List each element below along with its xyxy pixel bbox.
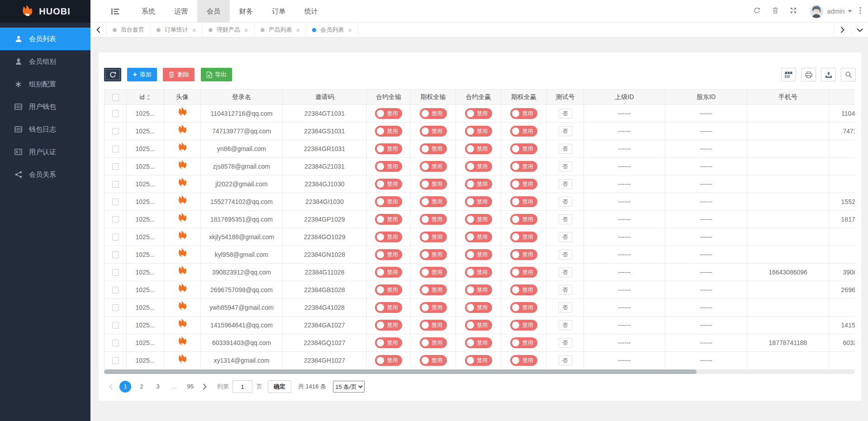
goto-page-input[interactable] bbox=[232, 380, 252, 393]
page-size-select[interactable]: 15 条/页 bbox=[333, 381, 365, 393]
row-checkbox[interactable] bbox=[112, 110, 119, 117]
toggle-option-all-win[interactable]: 禁用 bbox=[510, 196, 537, 207]
toggle-option-all-win[interactable]: 禁用 bbox=[510, 337, 537, 348]
toggle-option-all-lose[interactable]: 禁用 bbox=[420, 302, 447, 313]
row-checkbox[interactable] bbox=[112, 287, 119, 293]
top-nav-item[interactable]: 财务 bbox=[230, 0, 262, 23]
refresh-icon[interactable] bbox=[748, 7, 766, 16]
toggle-contract-all-lose[interactable]: 禁用 bbox=[375, 249, 402, 260]
page-number[interactable]: 1 bbox=[119, 381, 131, 393]
print-button[interactable] bbox=[801, 68, 816, 81]
toggle-option-all-lose[interactable]: 禁用 bbox=[420, 214, 447, 225]
row-checkbox[interactable] bbox=[112, 304, 119, 311]
sort-icon[interactable] bbox=[147, 95, 151, 100]
row-checkbox[interactable] bbox=[112, 357, 119, 364]
toggle-contract-all-lose[interactable]: 禁用 bbox=[375, 232, 402, 242]
toggle-option-all-win[interactable]: 禁用 bbox=[510, 179, 537, 189]
row-checkbox[interactable] bbox=[112, 163, 119, 170]
toggle-option-all-lose[interactable]: 禁用 bbox=[420, 108, 447, 119]
toggle-contract-all-win[interactable]: 禁用 bbox=[465, 302, 492, 313]
toggle-option-all-lose[interactable]: 禁用 bbox=[420, 232, 447, 242]
row-checkbox[interactable] bbox=[112, 146, 119, 152]
tabs-dropdown-icon[interactable] bbox=[851, 23, 868, 37]
user-avatar[interactable] bbox=[810, 5, 823, 18]
toggle-contract-all-win[interactable]: 禁用 bbox=[465, 108, 492, 119]
toggle-contract-all-win[interactable]: 禁用 bbox=[465, 249, 492, 260]
page-number[interactable]: 2 bbox=[136, 381, 147, 393]
add-button[interactable]: + 添加 bbox=[127, 68, 157, 81]
toggle-contract-all-win[interactable]: 禁用 bbox=[465, 337, 492, 348]
row-checkbox[interactable] bbox=[112, 199, 119, 205]
sidebar-item[interactable]: 会员列表 bbox=[0, 28, 90, 50]
close-icon[interactable]: × bbox=[296, 27, 300, 33]
toggle-option-all-lose[interactable]: 禁用 bbox=[420, 284, 447, 295]
page-number[interactable]: 3 bbox=[152, 381, 164, 393]
top-nav-item[interactable]: 运营 bbox=[165, 0, 197, 23]
col-header-id[interactable]: id bbox=[127, 90, 164, 105]
toggle-option-all-win[interactable]: 禁用 bbox=[510, 249, 537, 260]
toggle-option-all-lose[interactable]: 禁用 bbox=[420, 320, 447, 331]
export-button[interactable]: 导出 bbox=[201, 68, 232, 81]
search-button[interactable] bbox=[841, 68, 856, 81]
toggle-contract-all-win[interactable]: 禁用 bbox=[465, 355, 492, 366]
toggle-contract-all-win[interactable]: 禁用 bbox=[465, 179, 492, 189]
top-nav-item[interactable]: 系统 bbox=[132, 0, 165, 23]
sidebar-item[interactable]: 用户认证 bbox=[0, 141, 90, 163]
toggle-contract-all-lose[interactable]: 禁用 bbox=[375, 355, 402, 366]
select-all-checkbox[interactable] bbox=[112, 94, 119, 101]
close-icon[interactable]: × bbox=[348, 27, 352, 33]
tab[interactable]: 理财产品× bbox=[203, 23, 255, 37]
toggle-contract-all-win[interactable]: 禁用 bbox=[465, 196, 492, 207]
row-checkbox[interactable] bbox=[112, 234, 119, 241]
next-page-icon[interactable] bbox=[199, 383, 211, 390]
toggle-contract-all-lose[interactable]: 禁用 bbox=[375, 179, 402, 189]
tab[interactable]: 产品列表× bbox=[255, 23, 307, 37]
export-data-button[interactable] bbox=[821, 68, 836, 81]
row-checkbox[interactable] bbox=[112, 322, 119, 329]
sidebar-item[interactable]: 用户钱包 bbox=[0, 95, 90, 118]
trash-icon[interactable] bbox=[766, 7, 784, 16]
more-dots-icon[interactable] bbox=[852, 7, 863, 16]
close-icon[interactable]: × bbox=[244, 27, 248, 33]
toggle-contract-all-win[interactable]: 禁用 bbox=[465, 143, 492, 154]
page-number[interactable]: 95 bbox=[185, 381, 196, 393]
row-checkbox[interactable] bbox=[112, 269, 119, 276]
tab[interactable]: 订单统计× bbox=[151, 23, 203, 37]
toggle-option-all-lose[interactable]: 禁用 bbox=[420, 267, 447, 278]
toggle-contract-all-lose[interactable]: 禁用 bbox=[375, 108, 402, 119]
sidebar-item[interactable]: 组别配置 bbox=[0, 73, 90, 95]
toggle-option-all-win[interactable]: 禁用 bbox=[510, 302, 537, 313]
toggle-option-all-win[interactable]: 禁用 bbox=[510, 126, 537, 137]
toggle-option-all-lose[interactable]: 禁用 bbox=[420, 143, 447, 154]
sidebar-item[interactable]: 会员关系 bbox=[0, 163, 90, 186]
toggle-option-all-lose[interactable]: 禁用 bbox=[420, 196, 447, 207]
chevron-down-icon[interactable] bbox=[848, 10, 852, 13]
top-nav-item[interactable]: 订单 bbox=[262, 0, 295, 23]
tab[interactable]: 后台首页 bbox=[107, 23, 151, 37]
row-checkbox[interactable] bbox=[112, 181, 119, 188]
toggle-contract-all-lose[interactable]: 禁用 bbox=[375, 320, 402, 331]
toggle-option-all-lose[interactable]: 禁用 bbox=[420, 179, 447, 189]
columns-toggle-button[interactable] bbox=[781, 68, 796, 81]
toggle-option-all-win[interactable]: 禁用 bbox=[510, 355, 537, 366]
top-nav-item[interactable]: 统计 bbox=[295, 0, 327, 23]
toggle-contract-all-lose[interactable]: 禁用 bbox=[375, 267, 402, 278]
toggle-option-all-win[interactable]: 禁用 bbox=[510, 232, 537, 242]
sidebar-item[interactable]: 钱包日志 bbox=[0, 118, 90, 141]
user-name[interactable]: admin bbox=[827, 8, 844, 15]
toggle-option-all-win[interactable]: 禁用 bbox=[510, 284, 537, 295]
toggle-option-all-win[interactable]: 禁用 bbox=[510, 320, 537, 331]
tabs-scroll-left-icon[interactable] bbox=[90, 23, 107, 37]
toggle-contract-all-win[interactable]: 禁用 bbox=[465, 214, 492, 225]
toggle-contract-all-win[interactable]: 禁用 bbox=[465, 320, 492, 331]
row-checkbox[interactable] bbox=[112, 251, 119, 258]
toggle-contract-all-win[interactable]: 禁用 bbox=[465, 232, 492, 242]
toggle-contract-all-lose[interactable]: 禁用 bbox=[375, 143, 402, 154]
close-icon[interactable]: × bbox=[192, 27, 196, 33]
sidebar-item[interactable]: 会员组别 bbox=[0, 50, 90, 73]
delete-button[interactable]: 删除 bbox=[163, 68, 194, 81]
toggle-option-all-lose[interactable]: 禁用 bbox=[420, 355, 447, 366]
toggle-contract-all-win[interactable]: 禁用 bbox=[465, 267, 492, 278]
toggle-contract-all-lose[interactable]: 禁用 bbox=[375, 214, 402, 225]
toggle-option-all-win[interactable]: 禁用 bbox=[510, 267, 537, 278]
